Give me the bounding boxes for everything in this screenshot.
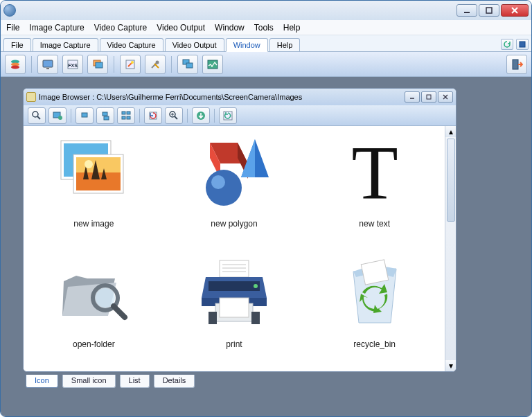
thumb-large-icon[interactable] bbox=[117, 107, 135, 124]
title-bar bbox=[1, 1, 531, 20]
view-tabs: Icon Small icon List Details bbox=[23, 375, 517, 390]
recycle-bin-icon bbox=[337, 256, 413, 332]
rotate-icon[interactable] bbox=[144, 107, 162, 124]
file-label: print bbox=[164, 339, 305, 349]
close-button[interactable] bbox=[501, 4, 529, 17]
svg-rect-22 bbox=[427, 95, 431, 99]
child-close-button[interactable] bbox=[438, 91, 453, 103]
toolbar-button-1[interactable] bbox=[5, 55, 26, 74]
file-label: new image bbox=[24, 219, 164, 229]
new-polygon-icon bbox=[196, 136, 272, 212]
zoom-in-icon[interactable] bbox=[165, 107, 183, 124]
svg-rect-62 bbox=[209, 281, 260, 291]
mdi-workspace: Image Browser : C:\Users\Guilherme Ferri… bbox=[1, 77, 531, 416]
svg-line-26 bbox=[37, 116, 40, 119]
menu-image-capture[interactable]: Image Capture bbox=[29, 23, 84, 33]
tab-video-capture[interactable]: Video Capture bbox=[100, 38, 163, 51]
svg-point-16 bbox=[156, 60, 159, 64]
svg-rect-29 bbox=[82, 113, 87, 117]
print-icon bbox=[196, 256, 272, 332]
file-item-new-polygon[interactable]: new polygon bbox=[164, 132, 305, 229]
tab-help[interactable]: Help bbox=[269, 38, 301, 51]
view-tab-icon[interactable]: Icon bbox=[26, 375, 58, 388]
minimize-button[interactable] bbox=[456, 4, 477, 17]
svg-rect-65 bbox=[220, 298, 249, 317]
file-item-print[interactable]: print bbox=[164, 252, 305, 349]
menu-help[interactable]: Help bbox=[283, 23, 301, 33]
tab-image-capture[interactable]: Image Capture bbox=[33, 38, 98, 51]
refresh-child-icon[interactable] bbox=[219, 107, 237, 124]
config-icon[interactable] bbox=[516, 39, 529, 50]
toolbar-magic-icon[interactable] bbox=[120, 55, 141, 74]
toolbar-fxs-icon[interactable]: FXS bbox=[62, 55, 83, 74]
toolbar-tools-icon[interactable] bbox=[145, 55, 166, 74]
file-label: open-folder bbox=[24, 339, 164, 349]
child-maximize-button[interactable] bbox=[421, 91, 436, 103]
scroll-down-icon[interactable]: ▾ bbox=[445, 360, 456, 371]
svg-rect-35 bbox=[127, 116, 130, 119]
svg-text:FXS: FXS bbox=[68, 63, 78, 68]
refresh-icon[interactable] bbox=[501, 39, 513, 50]
edit-image-icon[interactable] bbox=[48, 107, 66, 124]
svg-rect-4 bbox=[520, 42, 525, 47]
file-item-new-text[interactable]: T new text bbox=[304, 132, 445, 229]
app-icon bbox=[3, 4, 16, 17]
zoom-icon[interactable] bbox=[28, 107, 46, 124]
file-label: new text bbox=[304, 219, 445, 229]
menu-video-capture[interactable]: Video Capture bbox=[94, 23, 148, 33]
svg-rect-32 bbox=[122, 112, 125, 114]
menu-file[interactable]: File bbox=[6, 23, 19, 33]
toolbar-exit-icon[interactable] bbox=[506, 55, 527, 74]
svg-rect-31 bbox=[104, 116, 109, 120]
svg-rect-20 bbox=[513, 60, 518, 69]
file-grid: new image bbox=[24, 126, 445, 371]
download-icon[interactable] bbox=[192, 107, 210, 124]
child-title: Image Browser : C:\Users\Guilherme Ferri… bbox=[39, 93, 405, 101]
maximize-button[interactable] bbox=[479, 4, 499, 17]
view-tab-details[interactable]: Details bbox=[154, 375, 195, 388]
thumb-medium-icon[interactable] bbox=[96, 107, 114, 124]
vertical-scrollbar[interactable]: ▴ ▾ bbox=[445, 126, 456, 371]
svg-point-25 bbox=[33, 112, 38, 117]
scroll-up-icon[interactable]: ▴ bbox=[445, 126, 456, 137]
toolbar-images-icon[interactable] bbox=[87, 55, 108, 74]
folder-icon bbox=[26, 92, 36, 102]
tab-file[interactable]: File bbox=[3, 38, 31, 51]
toolbar-windows-icon[interactable] bbox=[177, 55, 198, 74]
svg-text:T: T bbox=[351, 136, 398, 212]
file-item-recycle-bin[interactable]: recycle_bin bbox=[304, 252, 445, 349]
menu-tools[interactable]: Tools bbox=[254, 23, 274, 33]
child-title-bar[interactable]: Image Browser : C:\Users\Guilherme Ferri… bbox=[24, 89, 456, 105]
file-item-new-image[interactable]: new image bbox=[24, 132, 164, 229]
svg-point-52 bbox=[211, 175, 225, 189]
toolbar-activity-icon[interactable] bbox=[202, 55, 223, 74]
svg-rect-66 bbox=[209, 312, 217, 324]
svg-point-48 bbox=[85, 160, 93, 168]
menu-window[interactable]: Window bbox=[215, 23, 245, 33]
main-toolbar: FXS bbox=[1, 52, 531, 77]
child-toolbar bbox=[24, 105, 456, 126]
svg-rect-33 bbox=[127, 112, 130, 114]
view-tab-list[interactable]: List bbox=[120, 375, 150, 388]
thumb-small-icon[interactable] bbox=[76, 107, 94, 124]
svg-point-28 bbox=[58, 116, 62, 120]
app-window: File Image Capture Video Capture Video O… bbox=[0, 0, 532, 417]
svg-rect-18 bbox=[186, 63, 193, 68]
svg-point-15 bbox=[131, 61, 134, 64]
svg-rect-68 bbox=[361, 260, 388, 285]
tab-video-output[interactable]: Video Output bbox=[165, 38, 224, 51]
svg-rect-57 bbox=[220, 260, 249, 277]
svg-line-56 bbox=[114, 306, 125, 317]
child-minimize-button[interactable] bbox=[405, 91, 420, 103]
file-viewport: new image bbox=[24, 126, 456, 371]
new-image-icon bbox=[55, 136, 132, 212]
ribbon-tabs: File Image Capture Video Capture Video O… bbox=[1, 35, 531, 52]
scroll-thumb[interactable] bbox=[447, 139, 455, 222]
svg-line-38 bbox=[175, 116, 177, 119]
toolbar-monitor-icon[interactable] bbox=[37, 55, 58, 74]
svg-rect-47 bbox=[76, 157, 121, 172]
file-item-open-folder[interactable]: open-folder bbox=[24, 252, 164, 349]
view-tab-small-icon[interactable]: Small icon bbox=[62, 375, 116, 388]
tab-window[interactable]: Window bbox=[226, 38, 268, 52]
menu-video-output[interactable]: Video Output bbox=[157, 23, 205, 33]
